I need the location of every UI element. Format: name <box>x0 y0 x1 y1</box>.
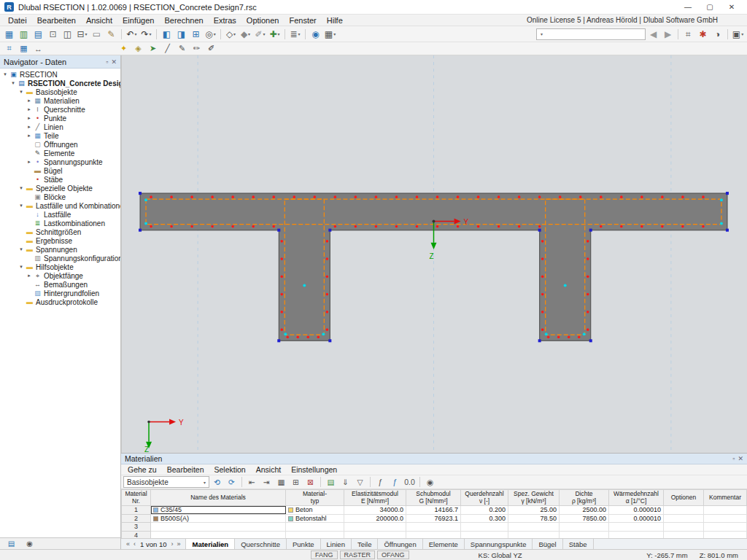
col-end-icon[interactable]: ⇥ <box>260 477 274 488</box>
options-cell[interactable] <box>664 531 704 538</box>
render-mode-icon[interactable]: ◆▾ <box>239 28 252 40</box>
value-cell[interactable]: 0.000010 <box>609 514 664 523</box>
options-cell[interactable] <box>664 514 704 523</box>
zoom-window-icon[interactable]: ⊞ <box>189 28 203 40</box>
tree-item-ausdruckprotokolle[interactable]: ▬Ausdruckprotokolle <box>0 298 120 306</box>
tree-item-lastf-lle-und-kombinationen[interactable]: ▾▬Lastfälle und Kombinationen <box>0 201 120 210</box>
options-cell[interactable] <box>664 523 704 532</box>
quick-search-select[interactable]: ▾ <box>536 28 646 40</box>
minimize-button[interactable]: — <box>677 1 699 14</box>
value-cell[interactable] <box>609 531 664 538</box>
maximize-button[interactable]: ▢ <box>699 1 721 14</box>
material-type-cell[interactable]: Betonstahl <box>286 514 344 523</box>
tab-linien[interactable]: Linien <box>321 539 352 549</box>
value-cell[interactable] <box>560 531 609 538</box>
visibility-icon[interactable]: ≣▾ <box>288 28 302 40</box>
insert-row-icon[interactable]: ⊞ <box>289 477 303 488</box>
redo-icon[interactable]: ↷▾ <box>139 28 153 40</box>
value-cell[interactable] <box>609 523 664 532</box>
tree-item-hilfsobjekte[interactable]: ▾▬Hilfsobjekte <box>0 262 120 271</box>
tree-item-lastkombinationen[interactable]: ≣Lastkombinationen <box>0 219 120 228</box>
tab-elemente[interactable]: Elemente <box>423 539 465 549</box>
expander-icon[interactable]: ▾ <box>18 264 25 270</box>
pin-icon[interactable]: ▫ <box>106 58 108 66</box>
tree-item-spannungen[interactable]: ▾▬Spannungen <box>0 245 120 254</box>
material-name-cell[interactable]: C35/45 <box>151 506 286 515</box>
tree-item-objektf-nge[interactable]: ▸⌖Objektfänge <box>0 271 120 280</box>
tree-item-hintergrundfolien[interactable]: ▨Hintergrundfolien <box>0 289 120 298</box>
open-model-icon[interactable]: ▤ <box>31 28 45 40</box>
tab-spannungspunkte[interactable]: Spannungspunkte <box>465 539 533 549</box>
value-cell[interactable] <box>461 531 508 538</box>
value-cell[interactable]: 14166.7 <box>406 506 461 515</box>
value-cell[interactable] <box>508 523 560 532</box>
value-cell[interactable]: 7850.00 <box>560 514 609 523</box>
tree-item-bema-ungen[interactable]: ↔Bemaßungen <box>0 280 120 289</box>
expander-icon[interactable]: ▾ <box>18 185 25 191</box>
import-data-icon[interactable]: ⇓ <box>338 477 352 488</box>
tree-item-b-gel[interactable]: ▬Bügel <box>0 166 120 175</box>
tree-item-materialien[interactable]: ▸▦Materialien <box>0 96 120 105</box>
status-toggle-ofang[interactable]: OFANG <box>377 551 409 559</box>
measure-icon[interactable]: ◑ <box>711 28 724 40</box>
material-name-cell[interactable] <box>151 523 286 532</box>
expander-icon[interactable]: ▸ <box>26 124 33 130</box>
menu-berechnen[interactable]: Berechnen <box>159 16 208 25</box>
window-new-icon[interactable]: ◨ <box>174 28 188 40</box>
window-split-icon[interactable]: ◧ <box>160 28 174 40</box>
line-draw-icon[interactable]: ╱ <box>160 42 174 55</box>
menu-hilfe[interactable]: Hilfe <box>322 16 348 25</box>
history-back-icon[interactable]: ◀ <box>646 28 660 40</box>
menu-datei[interactable]: Datei <box>3 16 32 25</box>
notes-icon[interactable]: ✎ <box>104 28 118 40</box>
value-cell[interactable]: 0.300 <box>461 514 508 523</box>
delete-row-icon[interactable]: ⊠ <box>303 477 317 488</box>
navigator-views-tab-icon[interactable]: ◉ <box>23 539 36 549</box>
value-cell[interactable]: 0.200 <box>461 506 508 515</box>
move-rotate-icon[interactable]: ✚▾ <box>268 28 282 40</box>
table-group-select[interactable]: Basisobjekte▾ <box>123 476 209 488</box>
find-object-icon[interactable]: ◉ <box>309 28 322 40</box>
row-number[interactable]: 3 <box>122 523 151 532</box>
panel-menu-einstellungen[interactable]: Einstellungen <box>286 465 342 474</box>
table-grid-icon[interactable]: ▦ <box>274 477 288 488</box>
table-search-icon[interactable]: ◉ <box>423 477 437 488</box>
tree-item-elemente[interactable]: ✎Elemente <box>0 149 120 158</box>
value-cell[interactable]: 2500.00 <box>560 506 609 515</box>
material-type-cell[interactable] <box>286 531 344 538</box>
status-toggle-raster[interactable]: RASTER <box>340 551 376 559</box>
tree-item-ffnungen[interactable]: ▢Öffnungen <box>0 140 120 149</box>
select-arrow-icon[interactable]: ➤ <box>146 42 160 55</box>
value-cell[interactable]: 78.50 <box>508 514 560 523</box>
expander-icon[interactable]: ▾ <box>9 80 17 86</box>
rotate-left-icon[interactable]: ⟲ <box>210 477 224 488</box>
pen-medium-icon[interactable]: ✏ <box>190 42 204 55</box>
value-cell[interactable] <box>406 523 461 532</box>
formula-edit-icon[interactable]: ƒ <box>388 477 402 488</box>
expander-icon[interactable]: ▾ <box>1 71 9 77</box>
comment-cell[interactable] <box>704 506 747 515</box>
new-objects-icon[interactable]: ✦ <box>117 42 131 55</box>
status-toggle-fang[interactable]: FANG <box>311 551 338 559</box>
tree-item-spannungskonfiguration[interactable]: ▥Spannungskonfiguration <box>0 254 120 262</box>
col-start-icon[interactable]: ⇤ <box>245 477 259 488</box>
expander-icon[interactable]: ▸ <box>26 159 33 165</box>
expander-icon[interactable]: ▸ <box>26 133 33 139</box>
menu-bearbeiten[interactable]: Bearbeiten <box>32 16 81 25</box>
row-number[interactable]: 4 <box>122 531 151 538</box>
tree-item-basisobjekte[interactable]: ▾▬Basisobjekte <box>0 88 120 96</box>
printout-report-icon[interactable]: ▭ <box>90 28 104 40</box>
expander-icon[interactable]: ▸ <box>26 106 33 112</box>
tab-ffnungen[interactable]: Öffnungen <box>378 539 422 549</box>
value-cell[interactable] <box>406 531 461 538</box>
material-name-cell[interactable]: B500S(A) <box>151 514 286 523</box>
close-button[interactable]: ✕ <box>721 1 743 14</box>
menu-einf-gen[interactable]: Einfügen <box>117 16 159 25</box>
tree-item-lastf-lle[interactable]: ↓Lastfälle <box>0 210 120 219</box>
value-cell[interactable] <box>344 531 406 538</box>
value-cell[interactable]: 34000.0 <box>344 506 406 515</box>
material-name-cell[interactable] <box>151 531 286 538</box>
tree-item-spannungspunkte[interactable]: ▸•Spannungspunkte <box>0 158 120 166</box>
expander-icon[interactable]: ▸ <box>26 115 33 121</box>
pen-thick-icon[interactable]: ✐ <box>204 42 218 55</box>
